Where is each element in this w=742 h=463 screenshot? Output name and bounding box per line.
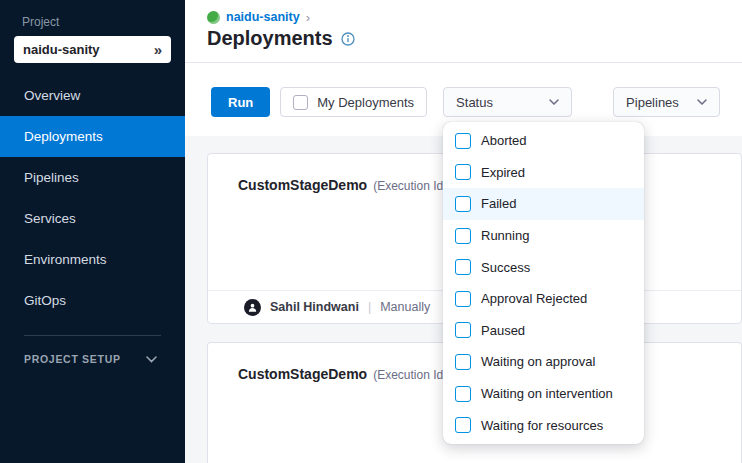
triggered-by-name: Sahil Hindwani: [270, 300, 359, 314]
checkbox-icon[interactable]: [455, 228, 471, 244]
sidebar-item-label: Environments: [24, 252, 107, 267]
checkbox-icon[interactable]: [455, 354, 471, 370]
status-option-failed[interactable]: Failed: [443, 188, 644, 220]
checkbox-icon[interactable]: [455, 322, 471, 338]
checkbox-icon[interactable]: [455, 133, 471, 149]
project-setup-toggle[interactable]: PROJECT SETUP: [0, 336, 185, 365]
info-icon[interactable]: [341, 32, 355, 46]
chevron-down-icon: [549, 99, 559, 105]
breadcrumb: naidu-sanity ›: [185, 0, 742, 24]
status-option-label: Waiting for resources: [481, 418, 603, 433]
sidebar-item-label: Services: [24, 211, 76, 226]
chevron-down-icon: [146, 356, 157, 363]
sidebar-nav: Overview Deployments Pipelines Services …: [0, 75, 185, 321]
sidebar: Project » Overview Deployments Pipelines…: [0, 0, 185, 463]
run-button[interactable]: Run: [211, 87, 270, 117]
sidebar-item-label: Overview: [24, 88, 80, 103]
project-selector[interactable]: »: [14, 36, 171, 63]
pipeline-name: CustomStageDemo: [238, 177, 367, 193]
page-title: Deployments: [207, 27, 333, 50]
status-option-paused[interactable]: Paused: [443, 315, 644, 347]
status-filter-menu: Aborted Expired Failed Running Success A…: [443, 122, 644, 444]
pipelines-filter-label: Pipelines: [626, 95, 679, 110]
checkbox-icon[interactable]: [455, 417, 471, 433]
project-name-input[interactable]: [23, 42, 150, 57]
sidebar-item-services[interactable]: Services: [0, 198, 185, 239]
project-label: Project: [22, 15, 185, 29]
my-deployments-label: My Deployments: [317, 95, 414, 110]
status-option-label: Paused: [481, 323, 525, 338]
chevron-right-icon: ›: [306, 11, 310, 24]
status-option-label: Success: [481, 260, 530, 275]
status-option-success[interactable]: Success: [443, 251, 644, 283]
status-option-label: Waiting on approval: [481, 354, 595, 369]
status-option-running[interactable]: Running: [443, 220, 644, 252]
sidebar-item-gitops[interactable]: GitOps: [0, 280, 185, 321]
status-option-label: Aborted: [481, 133, 527, 148]
pipeline-name: CustomStageDemo: [238, 366, 367, 382]
checkbox-icon[interactable]: [455, 164, 471, 180]
sidebar-item-label: GitOps: [24, 293, 66, 308]
sidebar-item-overview[interactable]: Overview: [0, 75, 185, 116]
status-option-waiting-on-approval[interactable]: Waiting on approval: [443, 346, 644, 378]
status-filter-label: Status: [456, 95, 493, 110]
status-option-waiting-on-intervention[interactable]: Waiting on intervention: [443, 378, 644, 410]
checkbox-icon[interactable]: [455, 291, 471, 307]
status-option-label: Approval Rejected: [481, 291, 587, 306]
status-option-label: Expired: [481, 165, 525, 180]
checkbox-icon[interactable]: [455, 259, 471, 275]
sidebar-item-label: Pipelines: [24, 170, 79, 185]
project-setup-label: PROJECT SETUP: [24, 353, 121, 365]
main-content: naidu-sanity › Deployments Run My Deploy…: [185, 0, 742, 463]
status-option-expired[interactable]: Expired: [443, 157, 644, 189]
my-deployments-toggle[interactable]: My Deployments: [280, 87, 427, 117]
trigger-type: Manually: [380, 300, 430, 314]
status-option-label: Running: [481, 228, 529, 243]
checkbox-icon[interactable]: [455, 196, 471, 212]
toolbar: Run My Deployments Status Pipelines: [185, 63, 742, 117]
execution-id-text: (Execution Id: [373, 179, 443, 193]
chevron-down-icon: [697, 99, 707, 105]
my-deployments-checkbox[interactable]: [293, 95, 308, 110]
status-option-waiting-for-resources[interactable]: Waiting for resources: [443, 409, 644, 441]
sidebar-item-label: Deployments: [24, 129, 103, 144]
breadcrumb-project-link[interactable]: naidu-sanity: [226, 10, 300, 24]
sidebar-item-deployments[interactable]: Deployments: [0, 116, 185, 157]
project-icon: [207, 11, 220, 24]
pipelines-filter-dropdown[interactable]: Pipelines: [613, 87, 720, 117]
status-option-label: Failed: [481, 196, 516, 211]
checkbox-icon[interactable]: [455, 386, 471, 402]
status-filter-dropdown[interactable]: Status: [443, 87, 572, 117]
status-option-label: Waiting on intervention: [481, 386, 613, 401]
separator: |: [368, 300, 371, 314]
expand-project-icon[interactable]: »: [154, 42, 162, 57]
status-option-aborted[interactable]: Aborted: [443, 125, 644, 157]
app-window: Project » Overview Deployments Pipelines…: [0, 0, 742, 463]
execution-id-text: (Execution Id: [373, 368, 443, 382]
sidebar-item-pipelines[interactable]: Pipelines: [0, 157, 185, 198]
status-option-approval-rejected[interactable]: Approval Rejected: [443, 283, 644, 315]
user-avatar-icon: [244, 299, 261, 316]
page-header: Deployments: [185, 24, 742, 63]
sidebar-item-environments[interactable]: Environments: [0, 239, 185, 280]
